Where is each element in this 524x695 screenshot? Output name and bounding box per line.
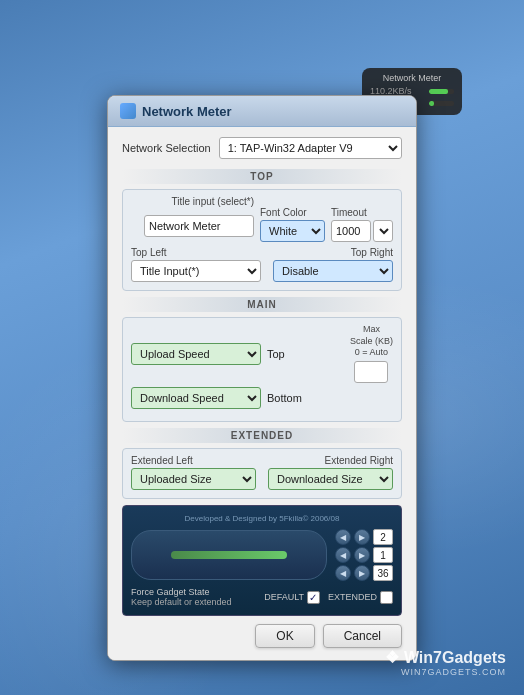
preview-credit: Developed & Designed by 5Fkilla© 2006/08 — [131, 514, 393, 523]
network-selection-row: Network Selection 1: TAP-Win32 Adapter V… — [122, 137, 402, 159]
top-section-header: TOP — [122, 169, 402, 184]
ext-right-label: Extended Right — [268, 455, 393, 466]
main-section-header: MAIN — [122, 297, 402, 312]
win7-logo-text: ❖ Win7Gadgets — [385, 648, 506, 667]
timeout-select[interactable] — [373, 220, 393, 242]
ctrl-next-3[interactable]: ▶ — [354, 565, 370, 581]
dialog-title: Network Meter — [142, 104, 232, 119]
title-input-col: Title input (select*) — [131, 196, 254, 237]
mini-widget-up-bar — [429, 101, 454, 106]
main-bottom-row: Download Speed Upload Speed Bottom — [131, 387, 393, 409]
font-color-select[interactable]: White Black Gray — [260, 220, 325, 242]
top-row2: Top Left Title Input(*) Upload Speed Dow… — [131, 247, 393, 282]
ctrl-value-1: 2 — [373, 529, 393, 545]
timeout-col: Timeout — [331, 207, 393, 242]
ctrl-value-3: 36 — [373, 565, 393, 581]
max-scale-input[interactable] — [354, 361, 388, 383]
ext-right-select[interactable]: Downloaded Size Uploaded Size Download S… — [268, 468, 393, 490]
ext-section: Extended Left Uploaded Size Downloaded S… — [122, 448, 402, 499]
ext-right-col: Extended Right Downloaded Size Uploaded … — [268, 455, 393, 490]
top-left-select[interactable]: Title Input(*) Upload Speed Download Spe… — [131, 260, 261, 282]
mini-widget-down-bar-fill — [429, 89, 448, 94]
mini-widget-title: Network Meter — [370, 73, 454, 83]
timeout-label: Timeout — [331, 207, 393, 218]
main-section: Upload Speed Download Speed Top MaxScale… — [122, 317, 402, 422]
main-top-select[interactable]: Upload Speed Download Speed — [131, 343, 261, 365]
top-right-col: Top Right Disable Upload Speed Download … — [273, 247, 393, 282]
dialog-title-icon — [120, 103, 136, 119]
extended-label: EXTENDED — [328, 592, 377, 602]
extended-group: EXTENDED — [328, 591, 393, 604]
font-color-label: Font Color — [260, 207, 325, 218]
dialog-body: Network Selection 1: TAP-Win32 Adapter V… — [108, 127, 416, 660]
force-gadget-row: Force Gadget State Keep default or exten… — [131, 587, 393, 607]
main-bottom-label: Bottom — [267, 392, 302, 404]
default-label: DEFAULT — [264, 592, 304, 602]
timeout-field[interactable] — [331, 220, 371, 242]
network-selection-dropdown[interactable]: 1: TAP-Win32 Adapter V9 — [219, 137, 402, 159]
win7-logo-name: Win7Gadgets — [404, 649, 506, 666]
ctrl-value-2: 1 — [373, 547, 393, 563]
top-row1: Title input (select*) Font Color White B… — [131, 196, 393, 242]
ext-left-select[interactable]: Uploaded Size Downloaded Size Upload Spe… — [131, 468, 256, 490]
ctrl-prev-2[interactable]: ◀ — [335, 547, 351, 563]
dialog-titlebar: Network Meter — [108, 96, 416, 127]
top-left-label: Top Left — [131, 247, 261, 258]
cancel-button[interactable]: Cancel — [323, 624, 402, 648]
gadget-bar — [171, 551, 287, 559]
ctrl-prev-1[interactable]: ◀ — [335, 529, 351, 545]
preview-gadget — [131, 530, 327, 580]
mini-widget-down-bar — [429, 89, 454, 94]
main-bottom-select[interactable]: Download Speed Upload Speed — [131, 387, 261, 409]
default-checkbox[interactable] — [307, 591, 320, 604]
ctrl-row-3: ◀ ▶ 36 — [335, 565, 393, 581]
ctrl-prev-3[interactable]: ◀ — [335, 565, 351, 581]
font-color-col: Font Color White Black Gray — [260, 207, 325, 242]
top-section: Title input (select*) Font Color White B… — [122, 189, 402, 291]
extended-checkbox[interactable] — [380, 591, 393, 604]
force-gadget-keep-label: Keep default or extended — [131, 597, 256, 607]
ctrl-row-2: ◀ ▶ 1 — [335, 547, 393, 563]
force-gadget-labels: Force Gadget State Keep default or exten… — [131, 587, 256, 607]
force-gadget-state-label: Force Gadget State — [131, 587, 256, 597]
top-right-select[interactable]: Disable Upload Speed Download Speed — [273, 260, 393, 282]
top-left-col: Top Left Title Input(*) Upload Speed Dow… — [131, 247, 261, 282]
main-top-row: Upload Speed Download Speed Top MaxScale… — [131, 324, 393, 383]
max-scale-col: MaxScale (KB)0 = Auto — [350, 324, 393, 383]
preview-inner: ◀ ▶ 2 ◀ ▶ 1 ◀ ▶ 36 — [131, 529, 393, 581]
default-group: DEFAULT — [264, 591, 320, 604]
win7-logo-icon: ❖ — [385, 649, 399, 666]
win7-brand: ❖ Win7Gadgets WIN7GADGETS.COM — [385, 648, 506, 677]
ext-left-col: Extended Left Uploaded Size Downloaded S… — [131, 455, 256, 490]
title-input-label: Title input (select*) — [172, 196, 254, 207]
win7-logo-sub: WIN7GADGETS.COM — [385, 667, 506, 677]
max-scale-label: MaxScale (KB)0 = Auto — [350, 324, 393, 359]
extended-section-header: EXTENDED — [122, 428, 402, 443]
mini-widget-up-bar-fill — [429, 101, 434, 106]
ctrl-next-1[interactable]: ▶ — [354, 529, 370, 545]
title-input-field[interactable] — [144, 215, 254, 237]
network-selection-label: Network Selection — [122, 142, 211, 154]
main-top-label: Top — [267, 348, 285, 360]
ctrl-next-2[interactable]: ▶ — [354, 547, 370, 563]
top-right-label: Top Right — [273, 247, 393, 258]
ext-row: Extended Left Uploaded Size Downloaded S… — [131, 455, 393, 490]
preview-area: Developed & Designed by 5Fkilla© 2006/08… — [122, 505, 402, 616]
ext-left-label: Extended Left — [131, 455, 256, 466]
dialog: Network Meter Network Selection 1: TAP-W… — [107, 95, 417, 661]
ok-button[interactable]: OK — [255, 624, 314, 648]
ctrl-row-1: ◀ ▶ 2 — [335, 529, 393, 545]
preview-controls: ◀ ▶ 2 ◀ ▶ 1 ◀ ▶ 36 — [335, 529, 393, 581]
buttons-row: OK Cancel — [122, 624, 402, 648]
